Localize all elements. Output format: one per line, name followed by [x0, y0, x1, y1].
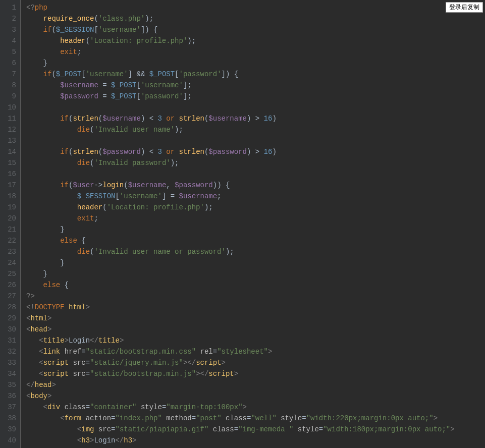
line-number: 16 [6, 169, 16, 180]
code-line: </head> [26, 379, 485, 390]
line-number: 20 [6, 213, 16, 224]
line-number: 8 [6, 80, 16, 91]
line-number: 24 [6, 257, 16, 268]
line-number: 25 [6, 268, 16, 279]
line-number: 3 [6, 24, 16, 35]
copy-after-login-button[interactable]: 登录后复制 [446, 2, 483, 13]
code-line: <head> [26, 324, 485, 335]
code-line: <!DOCTYPE html> [26, 302, 485, 313]
code-line: } [26, 58, 485, 69]
line-number: 33 [6, 357, 16, 368]
line-number: 6 [6, 58, 16, 69]
code-line: <html> [26, 313, 485, 324]
line-number: 32 [6, 346, 16, 357]
line-number-gutter: 1234567891011121314151617181920212223242… [0, 0, 21, 448]
code-line: <?php [26, 2, 485, 13]
line-number: 4 [6, 35, 16, 46]
code-line: if($_POST['username'] && $_POST['passwor… [26, 69, 485, 80]
code-line: header('Location: profile.php'); [26, 35, 485, 46]
code-line [26, 169, 485, 180]
line-number: 23 [6, 246, 16, 257]
code-line: die('Invalid user name'); [26, 124, 485, 135]
code-line: <script src="static/bootstrap.min.js"></… [26, 368, 485, 379]
line-number: 28 [6, 302, 16, 313]
line-number: 30 [6, 324, 16, 335]
line-number: 21 [6, 224, 16, 235]
code-line: <div class="container" style="margin-top… [26, 402, 485, 413]
line-number: 31 [6, 335, 16, 346]
line-number: 10 [6, 102, 16, 113]
line-number: 34 [6, 368, 16, 379]
code-line: <title>Login</title> [26, 335, 485, 346]
code-line: $_SESSION['username'] = $username; [26, 191, 485, 202]
line-number: 15 [6, 157, 16, 169]
line-number: 22 [6, 235, 16, 246]
code-line: } [26, 268, 485, 279]
code-line: die('Invalid user name or password'); [26, 246, 485, 257]
code-editor: 1234567891011121314151617181920212223242… [0, 0, 485, 448]
code-line: else { [26, 279, 485, 291]
code-line: if($_SESSION['username']) { [26, 24, 485, 35]
code-line: exit; [26, 213, 485, 224]
line-number: 38 [6, 413, 16, 424]
code-line: ?> [26, 291, 485, 302]
line-number: 19 [6, 202, 16, 213]
code-line: } [26, 257, 485, 268]
code-line: <h3>Login</h3> [26, 435, 485, 446]
line-number: 1 [6, 2, 16, 13]
code-line: $password = $_POST['password']; [26, 91, 485, 102]
code-line: } [26, 224, 485, 235]
line-number: 36 [6, 390, 16, 402]
code-line: $username = $_POST['username']; [26, 80, 485, 91]
line-number: 37 [6, 402, 16, 413]
line-number: 11 [6, 113, 16, 124]
line-number: 27 [6, 291, 16, 302]
line-number: 12 [6, 124, 16, 135]
line-number: 35 [6, 379, 16, 390]
line-number: 29 [6, 313, 16, 324]
code-line: <link href="static/bootstrap.min.css" re… [26, 346, 485, 357]
code-line: <body> [26, 390, 485, 402]
line-number: 14 [6, 146, 16, 157]
code-line: die('Invalid password'); [26, 157, 485, 169]
code-line: <script src="static/jquery.min.js"></scr… [26, 357, 485, 368]
code-line [26, 135, 485, 146]
code-line: if(strlen($username) < 3 or strlen($user… [26, 113, 485, 124]
line-number: 5 [6, 46, 16, 58]
code-line: if(strlen($password) < 3 or strlen($pass… [26, 146, 485, 157]
line-number: 9 [6, 91, 16, 102]
line-number: 2 [6, 13, 16, 24]
code-line: <img src="static/piapiapia.gif" class="i… [26, 424, 485, 435]
line-number: 13 [6, 135, 16, 146]
line-number: 17 [6, 180, 16, 191]
code-line [26, 102, 485, 113]
code-area[interactable]: <?php require_once('class.php'); if($_SE… [21, 0, 485, 448]
code-line: require_once('class.php'); [26, 13, 485, 24]
code-line: else { [26, 235, 485, 246]
line-number: 40 [6, 435, 16, 446]
code-line: if($user->login($username, $password)) { [26, 180, 485, 191]
code-line: <form action="index.php" method="post" c… [26, 413, 485, 424]
line-number: 39 [6, 424, 16, 435]
code-line: exit; [26, 46, 485, 58]
line-number: 26 [6, 279, 16, 291]
line-number: 7 [6, 69, 16, 80]
line-number: 18 [6, 191, 16, 202]
code-line: header('Location: profile.php'); [26, 202, 485, 213]
